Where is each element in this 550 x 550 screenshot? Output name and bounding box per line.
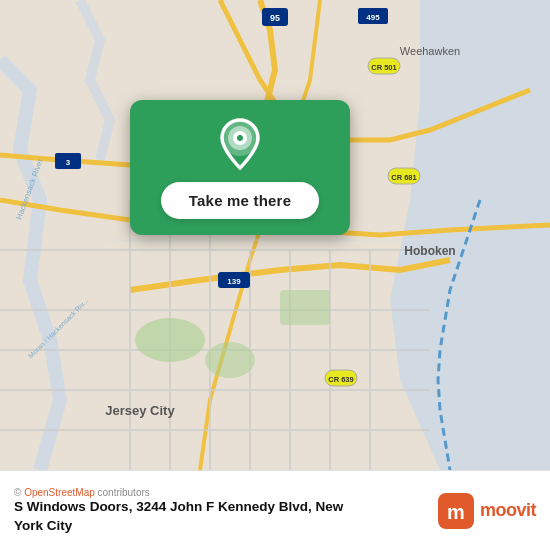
svg-text:3: 3 bbox=[66, 158, 71, 167]
svg-point-41 bbox=[237, 135, 243, 141]
openstreetmap-link[interactable]: OpenStreetMap bbox=[24, 487, 95, 498]
moovit-wordmark: moovit bbox=[480, 500, 536, 521]
svg-rect-17 bbox=[280, 290, 330, 325]
svg-text:Jersey City: Jersey City bbox=[105, 403, 175, 418]
map-area: 95 495 3 CR 501 CR 681 139 CR 639 Weehaw… bbox=[0, 0, 550, 470]
svg-text:Hoboken: Hoboken bbox=[404, 244, 455, 258]
app-container: 95 495 3 CR 501 CR 681 139 CR 639 Weehaw… bbox=[0, 0, 550, 550]
svg-text:CR 501: CR 501 bbox=[371, 63, 396, 72]
location-pin-icon bbox=[214, 118, 266, 170]
address-line1: S Windows Doors, 3244 John F Kennedy Blv… bbox=[14, 498, 343, 517]
address-block: © OpenStreetMap contributors S Windows D… bbox=[14, 485, 343, 536]
map-attribution: © OpenStreetMap contributors bbox=[14, 487, 343, 498]
map-background: 95 495 3 CR 501 CR 681 139 CR 639 Weehaw… bbox=[0, 0, 550, 470]
address-line2: York City bbox=[14, 517, 343, 536]
svg-point-15 bbox=[135, 318, 205, 362]
info-bar: © OpenStreetMap contributors S Windows D… bbox=[0, 470, 550, 550]
svg-text:495: 495 bbox=[366, 13, 380, 22]
svg-text:139: 139 bbox=[227, 277, 241, 286]
moovit-logo: m moovit bbox=[438, 493, 536, 529]
take-me-there-button[interactable]: Take me there bbox=[161, 182, 319, 219]
svg-text:Weehawken: Weehawken bbox=[400, 45, 460, 57]
svg-text:95: 95 bbox=[270, 13, 280, 23]
location-card: Take me there bbox=[130, 100, 350, 235]
svg-point-16 bbox=[205, 342, 255, 378]
moovit-brand-icon: m bbox=[438, 493, 474, 529]
svg-text:CR 639: CR 639 bbox=[328, 375, 353, 384]
svg-text:m: m bbox=[447, 501, 465, 523]
svg-text:CR 681: CR 681 bbox=[391, 173, 416, 182]
